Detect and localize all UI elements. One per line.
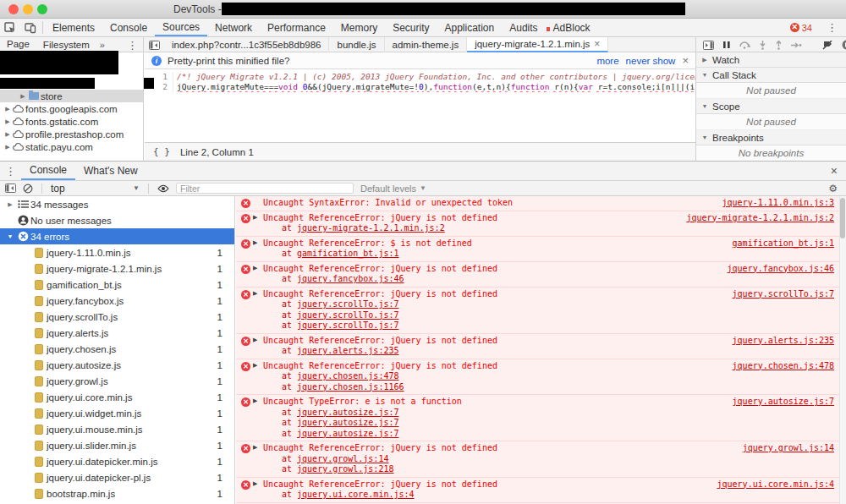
error-source-link[interactable]: jquery.scrollTo.js:7 xyxy=(733,289,834,299)
step-icon[interactable] xyxy=(791,41,802,49)
console-group-34-errors[interactable]: ▼34 errors xyxy=(0,228,234,244)
error-source-link[interactable]: jquery.alerts.js:235 xyxy=(733,336,834,345)
error-source-link[interactable]: jquery.ui.core.min.js:4 xyxy=(717,479,834,489)
show-console-sidebar-icon[interactable] xyxy=(5,184,16,193)
console-error-row[interactable]: ✕▶Uncaught ReferenceError: jQuery is not… xyxy=(236,478,846,503)
console-tab-console[interactable]: Console xyxy=(21,162,75,180)
stack-frame-link[interactable]: jquery.scrollTo.js:7 xyxy=(297,310,398,320)
stack-frame-link[interactable]: jquery.fancybox.js:46 xyxy=(297,274,404,283)
stack-frame-link[interactable]: jquery-migrate-1.2.1.min.js:2 xyxy=(297,223,445,233)
stack-frame-link[interactable]: jquery.autosize.js:7 xyxy=(297,408,398,417)
tree-item[interactable]: ▶store xyxy=(0,90,143,102)
error-source-link[interactable]: jquery.autosize.js:7 xyxy=(733,397,834,406)
console-error-row[interactable]: ✕▶Uncaught ReferenceError: jQuery is not… xyxy=(236,288,846,334)
step-out-icon[interactable] xyxy=(775,41,783,50)
scrollbar-thumb[interactable] xyxy=(840,198,845,238)
expand-stack-chevron-icon[interactable]: ▶ xyxy=(253,265,257,271)
stack-frame-link[interactable]: jquery.growl.js:218 xyxy=(297,464,393,474)
console-file-item[interactable]: jquery.growl.js1 xyxy=(0,373,234,389)
tab-application[interactable]: Application xyxy=(437,19,503,36)
execution-context-select[interactable]: top ▼ xyxy=(51,183,140,194)
live-expression-eye-icon[interactable] xyxy=(157,184,169,193)
pause-script-icon[interactable] xyxy=(722,41,731,49)
expand-stack-chevron-icon[interactable]: ▶ xyxy=(253,290,257,297)
tab-performance[interactable]: Performance xyxy=(260,19,333,36)
deactivate-breakpoints-icon[interactable] xyxy=(822,41,833,50)
console-file-item[interactable]: jquery.alerts.js1 xyxy=(0,325,234,341)
console-group-34-messages[interactable]: ▶34 messages xyxy=(0,196,234,212)
section-watch[interactable]: ▶Watch xyxy=(696,52,846,68)
error-count-badge[interactable]: ✕ 34 xyxy=(790,23,812,33)
console-error-row[interactable]: ✕▶Uncaught ReferenceError: jQuery is not… xyxy=(236,262,846,288)
expand-chevron-icon[interactable]: ▶ xyxy=(3,144,12,151)
zoom-window-button[interactable] xyxy=(37,4,47,14)
section-call-stack[interactable]: ▼Call Stack xyxy=(696,68,846,83)
file-tab[interactable]: index.php?contr...1c3f55eb8db986 xyxy=(164,37,329,52)
chevron-right-icon[interactable]: ▶ xyxy=(5,201,15,208)
tree-item[interactable]: ▶fonts.googleapis.com xyxy=(0,102,143,115)
chevron-down-icon[interactable]: ▼ xyxy=(5,233,15,239)
console-file-item[interactable]: jquery-1.11.0.min.js1 xyxy=(0,244,234,260)
tree-item[interactable]: ▶fonts.gstatic.com xyxy=(0,115,143,128)
expand-stack-chevron-icon[interactable]: ▶ xyxy=(253,397,257,404)
expand-stack-chevron-icon[interactable]: ▶ xyxy=(253,239,257,246)
error-source-link[interactable]: jquery-1.11.0.min.js:3 xyxy=(722,198,834,207)
tree-item[interactable]: ▶static.payu.com xyxy=(0,140,143,153)
console-file-item[interactable]: jquery.autosize.js1 xyxy=(0,357,234,373)
error-source-link[interactable]: jquery.fancybox.js:46 xyxy=(728,264,834,273)
stack-frame-link[interactable]: jquery.ui.core.min.js:4 xyxy=(297,490,414,499)
stack-frame-link[interactable]: jquery.autosize.js:7 xyxy=(297,418,398,427)
error-source-link[interactable]: jquery.chosen.js:478 xyxy=(733,361,834,370)
stack-frame-link[interactable]: gamification_bt.js:1 xyxy=(297,249,398,258)
console-file-item[interactable]: jquery-migrate-1.2.1.min.js1 xyxy=(0,260,234,277)
console-settings-gear-icon[interactable]: ⚙ xyxy=(828,183,841,194)
console-file-item[interactable]: gamification_bt.js1 xyxy=(0,277,234,293)
expand-stack-chevron-icon[interactable]: ▶ xyxy=(253,444,257,451)
tab-console[interactable]: Console xyxy=(102,19,155,36)
console-file-item[interactable]: jquery.fancybox.js1 xyxy=(0,293,234,309)
tree-item[interactable]: ▶profile.prestashop.com xyxy=(0,128,143,140)
navigator-menu-icon[interactable]: ⋮ xyxy=(122,37,143,52)
console-error-row[interactable]: ✕▶Uncaught ReferenceError: jQuery is not… xyxy=(236,359,846,396)
tab-memory[interactable]: Memory xyxy=(333,19,385,36)
error-source-link[interactable]: jquery-migrate-1.2.1.min.js:2 xyxy=(686,213,834,222)
clear-console-icon[interactable] xyxy=(23,184,33,194)
error-source-link[interactable]: gamification_bt.js:1 xyxy=(733,238,834,248)
expand-chevron-icon[interactable]: ▶ xyxy=(3,131,12,138)
stack-frame-link[interactable]: jquery.chosen.js:1166 xyxy=(297,382,404,392)
console-group-no-user-messages[interactable]: No user messages xyxy=(0,212,234,228)
console-filter-input[interactable] xyxy=(176,183,354,194)
close-drawer-icon[interactable]: × xyxy=(822,162,846,180)
console-error-row[interactable]: ✕▶Uncaught ReferenceError: $ is not defi… xyxy=(236,237,846,262)
inspect-element-icon[interactable] xyxy=(0,19,20,36)
log-level-select[interactable]: Default levels ▼ xyxy=(360,184,426,194)
expand-chevron-icon[interactable]: ▶ xyxy=(3,106,12,112)
infobar-close-icon[interactable]: × xyxy=(682,54,689,67)
console-file-item[interactable]: jquery.ui.slider.min.js1 xyxy=(0,437,234,453)
file-tab[interactable]: admin-theme.js xyxy=(385,37,468,52)
close-window-button[interactable] xyxy=(8,4,19,14)
tab-elements[interactable]: Elements xyxy=(45,19,102,36)
devtools-menu-icon[interactable]: ⋮ xyxy=(821,21,843,34)
tab-audits[interactable]: Audits xyxy=(502,19,545,36)
console-file-item[interactable]: jquery.ui.mouse.min.js1 xyxy=(0,421,234,437)
console-tab-what-s-new[interactable]: What's New xyxy=(75,162,146,180)
tab-adblock[interactable]: AdBlock xyxy=(546,19,598,36)
hide-debugger-sidebar-icon[interactable] xyxy=(703,41,714,50)
console-error-row[interactable]: ✕▶Uncaught ReferenceError: jQuery is not… xyxy=(236,334,846,359)
infobar-more-link[interactable]: more xyxy=(596,56,618,66)
minimize-window-button[interactable] xyxy=(23,4,33,14)
expand-chevron-icon[interactable]: ▶ xyxy=(19,93,27,100)
expand-chevron-icon[interactable]: ▶ xyxy=(3,118,12,125)
expand-stack-chevron-icon[interactable]: ▶ xyxy=(253,337,257,343)
stack-frame-link[interactable]: jquery.autosize.js:7 xyxy=(297,429,398,438)
stack-frame-link[interactable]: jquery.growl.js:14 xyxy=(297,454,388,463)
console-error-row[interactable]: ✕Uncaught SyntaxError: Invalid or unexpe… xyxy=(236,196,846,211)
file-tab[interactable]: bundle.js xyxy=(329,37,384,52)
expand-stack-chevron-icon[interactable]: ▶ xyxy=(253,214,257,221)
show-navigator-icon[interactable] xyxy=(144,37,164,52)
console-scrollbar[interactable] xyxy=(839,196,846,504)
stack-frame-link[interactable]: jquery.scrollTo.js:7 xyxy=(297,299,398,309)
expand-stack-chevron-icon[interactable]: ▶ xyxy=(253,480,257,487)
console-error-row[interactable]: ✕▶Uncaught ReferenceError: jQuery is not… xyxy=(236,441,846,478)
